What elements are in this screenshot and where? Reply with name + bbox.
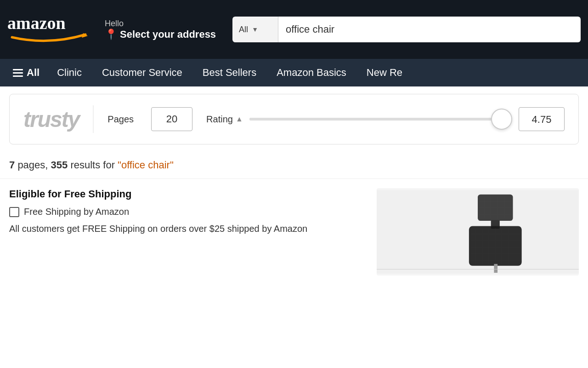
search-bar: All ▼ xyxy=(232,17,581,42)
chevron-down-icon: ▼ xyxy=(252,26,258,33)
hamburger-icon xyxy=(13,69,23,77)
results-count: 355 xyxy=(51,159,68,171)
address-label: Select your address xyxy=(120,29,216,40)
header: amazon Hello 📍 Select your address All ▼ xyxy=(0,0,588,59)
pages-count: 7 xyxy=(9,159,15,171)
svg-rect-23 xyxy=(494,264,498,273)
address-area[interactable]: Hello 📍 Select your address xyxy=(105,19,216,40)
navbar: All Clinic Customer Service Best Sellers… xyxy=(0,59,588,86)
shipping-note: All customers get FREE Shipping on order… xyxy=(9,222,331,236)
sidebar: Eligible for Free Shipping Free Shipping… xyxy=(9,188,368,276)
trusty-bar: trusty Pages Rating ▲ 4.75 xyxy=(9,94,579,144)
shipping-title: Eligible for Free Shipping xyxy=(9,188,368,200)
rating-label: Rating ▲ xyxy=(206,114,243,125)
product-image xyxy=(377,188,579,276)
results-bar: 7 pages, 355 results for "office chair" xyxy=(0,152,588,179)
nav-item-best-sellers[interactable]: Best Sellers xyxy=(192,59,266,86)
results-word: results for xyxy=(70,159,118,171)
chair-svg xyxy=(377,188,579,276)
nav-item-new-releases[interactable]: New Re xyxy=(356,59,413,86)
search-category-dropdown[interactable]: All ▼ xyxy=(232,17,278,42)
rating-slider[interactable] xyxy=(249,118,512,121)
all-label: All xyxy=(27,67,40,79)
amazon-logo[interactable]: amazon xyxy=(7,14,90,45)
address-select[interactable]: 📍 Select your address xyxy=(105,29,216,40)
pin-icon: 📍 xyxy=(105,29,117,40)
results-query: "office chair" xyxy=(118,159,174,171)
nav-item-clinic[interactable]: Clinic xyxy=(47,59,92,86)
pages-label: Pages xyxy=(107,114,134,125)
content-area: Eligible for Free Shipping Free Shipping… xyxy=(0,179,588,285)
logo-text: amazon xyxy=(7,14,90,32)
free-shipping-row[interactable]: Free Shipping by Amazon xyxy=(9,207,368,217)
search-input[interactable] xyxy=(278,17,581,42)
free-shipping-label: Free Shipping by Amazon xyxy=(24,207,129,217)
trusty-logo: trusty xyxy=(23,107,79,132)
pages-input[interactable] xyxy=(151,107,192,131)
slider-thumb[interactable] xyxy=(491,109,512,130)
trusty-divider xyxy=(93,105,94,133)
category-text: All xyxy=(239,25,248,34)
nav-item-customer-service[interactable]: Customer Service xyxy=(92,59,192,86)
rating-value: 4.75 xyxy=(519,107,565,131)
nav-all-button[interactable]: All xyxy=(6,59,47,86)
rating-section: Rating ▲ 4.75 xyxy=(206,107,565,131)
hello-text: Hello xyxy=(105,19,216,29)
nav-item-amazon-basics[interactable]: Amazon Basics xyxy=(266,59,356,86)
pages-word: pages, xyxy=(17,159,51,171)
slider-fill xyxy=(249,118,473,121)
rating-triangle-icon: ▲ xyxy=(236,115,243,123)
free-shipping-checkbox[interactable] xyxy=(9,207,19,217)
logo-arrow-svg xyxy=(7,32,90,43)
